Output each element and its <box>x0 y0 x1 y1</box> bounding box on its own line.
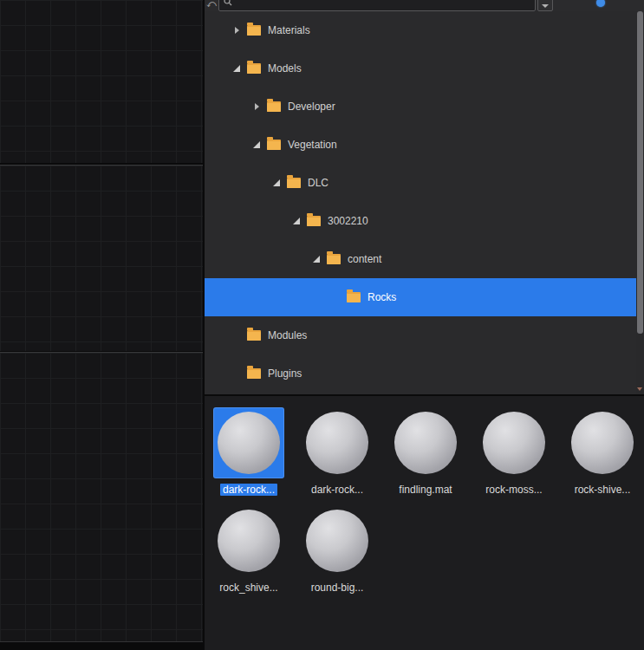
tree-item-label: 3002210 <box>328 215 368 227</box>
chevron-down-icon[interactable] <box>232 63 243 74</box>
back-icon[interactable]: ⤺ <box>206 0 217 10</box>
tree-item-label: Materials <box>268 24 310 36</box>
tree-item-developer[interactable]: Developer <box>205 88 644 126</box>
asset-item[interactable]: dark-rock... <box>296 408 379 496</box>
asset-thumbnail <box>568 408 637 478</box>
chevron-down-icon[interactable] <box>272 178 283 188</box>
tree-item-rocks[interactable]: Rocks <box>205 278 644 316</box>
folder-icon <box>247 368 261 379</box>
tree-item-materials[interactable]: Materials <box>205 11 644 49</box>
folder-icon <box>267 101 281 112</box>
search-input[interactable] <box>237 0 526 10</box>
tree-item-plugins[interactable]: Plugins <box>205 354 644 393</box>
chevron-down-icon[interactable] <box>537 0 553 11</box>
asset-label: dark-rock... <box>311 484 363 496</box>
chevron-down-icon[interactable] <box>292 216 302 226</box>
asset-label: round-big... <box>311 582 364 594</box>
asset-thumbnail <box>302 408 372 478</box>
chevron-down-icon[interactable] <box>312 254 322 264</box>
tree-item-label: content <box>348 253 381 265</box>
tree-item-vegetation[interactable]: Vegetation <box>205 126 644 164</box>
chevron-down-icon[interactable] <box>252 140 263 150</box>
asset-item[interactable]: findling.mat <box>384 408 467 496</box>
search-icon <box>224 0 232 10</box>
sphere-preview-icon <box>218 412 280 474</box>
tree-item-models[interactable]: Models <box>205 49 644 88</box>
asset-browser-toolbar: ⤺ <box>205 0 644 11</box>
tree-item-label: Developer <box>288 101 335 113</box>
asset-label: rock-moss... <box>485 484 542 496</box>
filter-icon[interactable] <box>596 0 605 7</box>
asset-panel: dark-rock...dark-rock...findling.matrock… <box>205 396 644 650</box>
folder-icon <box>247 25 261 36</box>
asset-label: dark-rock... <box>220 484 277 496</box>
tree-item-label: Modules <box>268 329 307 341</box>
asset-thumbnail <box>302 506 372 575</box>
sphere-preview-icon <box>394 412 457 474</box>
asset-thumbnail <box>391 408 460 478</box>
tree-scrollbar[interactable] <box>636 11 644 394</box>
arrow-spacer <box>232 330 243 341</box>
tree-item-modules[interactable]: Modules <box>205 316 644 354</box>
tree-item-3002210[interactable]: 3002210 <box>205 202 644 240</box>
asset-grid: dark-rock...dark-rock...findling.matrock… <box>205 396 644 594</box>
sphere-preview-icon <box>483 412 545 474</box>
folder-icon <box>347 292 361 302</box>
viewport-middle[interactable] <box>0 165 203 351</box>
tree-item-label: Models <box>268 62 302 75</box>
scroll-down-icon[interactable] <box>636 384 644 394</box>
asset-label: findling.mat <box>399 484 452 496</box>
asset-thumbnail <box>214 506 283 575</box>
asset-thumbnail <box>479 408 549 478</box>
viewport-bottom[interactable] <box>0 352 203 642</box>
asset-item[interactable]: round-big... <box>296 506 379 594</box>
folder-icon <box>327 254 341 264</box>
folder-tree: MaterialsModelsDeveloperVegetationDLC300… <box>205 11 644 394</box>
tree-item-content[interactable]: content <box>205 240 644 278</box>
folder-icon <box>287 178 301 188</box>
chevron-right-icon[interactable] <box>252 101 263 112</box>
tree-item-label: Rocks <box>368 291 396 303</box>
sphere-preview-icon <box>218 510 280 572</box>
asset-thumbnail <box>214 408 283 478</box>
chevron-right-icon[interactable] <box>232 25 243 36</box>
tree-item-label: Plugins <box>268 367 302 380</box>
tree-item-label: DLC <box>308 177 329 189</box>
folder-icon <box>247 330 261 341</box>
asset-item[interactable]: rock-shive... <box>561 408 644 496</box>
folder-icon <box>307 216 321 226</box>
sphere-preview-icon <box>306 510 368 572</box>
asset-label: rock-shive... <box>575 484 631 496</box>
folder-icon <box>247 63 261 74</box>
tree-item-dlc[interactable]: DLC <box>205 164 644 202</box>
arrow-spacer <box>232 368 243 379</box>
search-field[interactable] <box>218 0 536 11</box>
tree-item-label: Vegetation <box>288 139 337 151</box>
asset-label: rock_shive... <box>219 582 277 594</box>
folder-icon <box>267 140 281 150</box>
sphere-preview-icon <box>306 412 368 474</box>
asset-item[interactable]: rock-moss... <box>472 408 556 496</box>
sphere-preview-icon <box>571 412 634 474</box>
arrow-spacer <box>332 292 342 302</box>
scrollbar-thumb[interactable] <box>637 11 643 334</box>
asset-item[interactable]: rock_shive... <box>207 506 290 594</box>
viewport-top[interactable] <box>0 0 203 163</box>
asset-item[interactable]: dark-rock... <box>207 408 290 496</box>
